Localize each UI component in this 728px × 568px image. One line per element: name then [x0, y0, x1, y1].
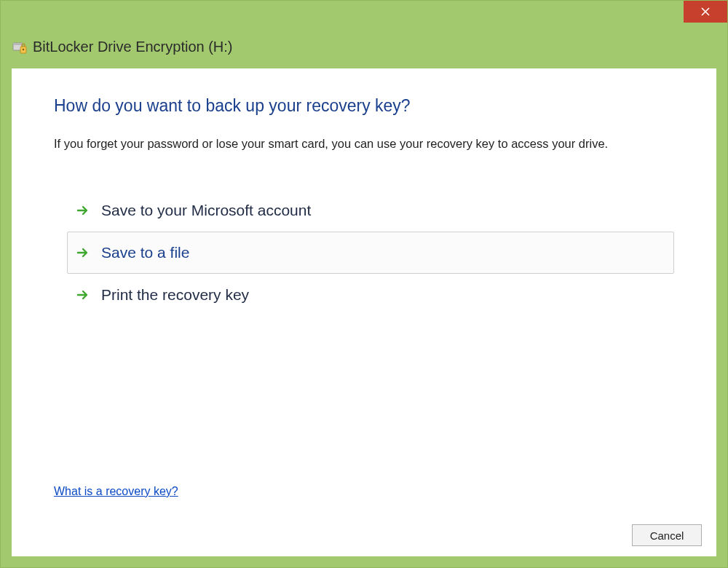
footer: Cancel	[632, 524, 702, 546]
window-title: BitLocker Drive Encryption (H:)	[33, 39, 233, 55]
page-heading: How do you want to back up your recovery…	[54, 96, 674, 116]
content-wrap: How do you want to back up your recovery…	[1, 68, 727, 567]
option-label: Save to a file	[101, 244, 189, 261]
arrow-right-icon	[76, 204, 90, 217]
option-label: Print the recovery key	[101, 286, 249, 304]
arrow-right-icon	[76, 246, 90, 259]
close-icon	[700, 7, 711, 17]
bitlocker-icon	[12, 40, 27, 55]
option-label: Save to your Microsoft account	[101, 202, 311, 219]
titlebar	[1, 1, 727, 33]
option-print-recovery-key[interactable]: Print the recovery key	[67, 274, 674, 316]
svg-point-5	[23, 48, 24, 50]
cancel-button[interactable]: Cancel	[632, 524, 702, 546]
options-list: Save to your Microsoft account Save to a…	[67, 189, 674, 316]
instruction-text: If you forget your password or lose your…	[54, 136, 674, 151]
option-save-microsoft-account[interactable]: Save to your Microsoft account	[67, 189, 674, 232]
svg-rect-3	[13, 43, 23, 45]
content-panel: How do you want to back up your recovery…	[12, 68, 716, 556]
bitlocker-window: BitLocker Drive Encryption (H:) How do y…	[0, 0, 728, 568]
close-button[interactable]	[684, 1, 727, 23]
help-link-recovery-key[interactable]: What is a recovery key?	[54, 485, 178, 498]
window-header: BitLocker Drive Encryption (H:)	[1, 33, 727, 68]
option-save-to-file[interactable]: Save to a file	[67, 232, 674, 274]
arrow-right-icon	[76, 288, 90, 301]
